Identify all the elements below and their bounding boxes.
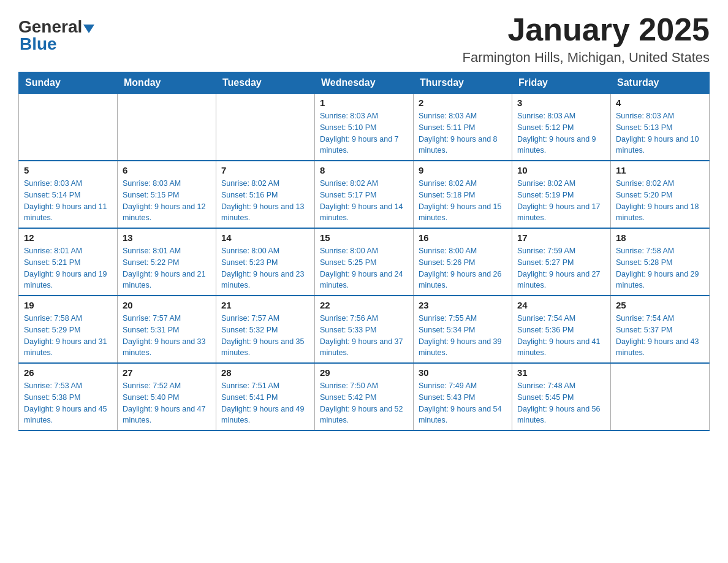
day-of-week-header: Friday	[512, 72, 611, 94]
day-info: Sunrise: 7:59 AMSunset: 5:27 PMDaylight:…	[517, 245, 605, 291]
calendar-week-row: 5Sunrise: 8:03 AMSunset: 5:14 PMDaylight…	[19, 161, 710, 228]
days-of-week-row: SundayMondayTuesdayWednesdayThursdayFrid…	[19, 72, 710, 94]
calendar-day-cell: 14Sunrise: 8:00 AMSunset: 5:23 PMDayligh…	[216, 228, 315, 296]
calendar-header: SundayMondayTuesdayWednesdayThursdayFrid…	[19, 72, 710, 94]
day-info: Sunrise: 8:02 AMSunset: 5:17 PMDaylight:…	[320, 178, 408, 224]
day-number: 6	[123, 165, 211, 175]
calendar-day-cell: 27Sunrise: 7:52 AMSunset: 5:40 PMDayligh…	[118, 363, 216, 431]
calendar-day-cell: 5Sunrise: 8:03 AMSunset: 5:14 PMDaylight…	[19, 161, 118, 228]
day-info: Sunrise: 8:00 AMSunset: 5:26 PMDaylight:…	[419, 245, 507, 291]
day-number: 21	[221, 300, 309, 310]
calendar-day-cell: 16Sunrise: 8:00 AMSunset: 5:26 PMDayligh…	[414, 228, 512, 296]
calendar-day-cell: 29Sunrise: 7:50 AMSunset: 5:42 PMDayligh…	[315, 363, 414, 431]
day-info: Sunrise: 7:58 AMSunset: 5:28 PMDaylight:…	[616, 245, 704, 291]
day-number: 13	[123, 232, 211, 243]
calendar-day-cell: 26Sunrise: 7:53 AMSunset: 5:38 PMDayligh…	[19, 363, 118, 431]
day-number: 12	[24, 232, 112, 243]
day-info: Sunrise: 7:57 AMSunset: 5:31 PMDaylight:…	[123, 313, 211, 359]
day-info: Sunrise: 8:03 AMSunset: 5:10 PMDaylight:…	[320, 110, 408, 156]
calendar-week-row: 26Sunrise: 7:53 AMSunset: 5:38 PMDayligh…	[19, 363, 710, 431]
calendar-day-cell: 31Sunrise: 7:48 AMSunset: 5:45 PMDayligh…	[512, 363, 611, 431]
calendar-day-cell: 22Sunrise: 7:56 AMSunset: 5:33 PMDayligh…	[315, 296, 414, 363]
day-info: Sunrise: 7:52 AMSunset: 5:40 PMDaylight:…	[123, 380, 211, 426]
day-info: Sunrise: 8:00 AMSunset: 5:23 PMDaylight:…	[221, 245, 309, 291]
day-info: Sunrise: 8:03 AMSunset: 5:14 PMDaylight:…	[24, 178, 112, 224]
svg-marker-0	[83, 25, 94, 33]
calendar-week-row: 19Sunrise: 7:58 AMSunset: 5:29 PMDayligh…	[19, 296, 710, 363]
day-number: 30	[419, 367, 507, 378]
calendar-subtitle: Farmington Hills, Michigan, United State…	[463, 50, 710, 66]
day-number: 8	[320, 165, 408, 175]
day-of-week-header: Sunday	[19, 72, 118, 94]
day-number: 25	[616, 300, 704, 310]
day-number: 9	[419, 165, 507, 175]
calendar-day-cell: 19Sunrise: 7:58 AMSunset: 5:29 PMDayligh…	[19, 296, 118, 363]
day-number: 26	[24, 367, 112, 378]
day-info: Sunrise: 7:48 AMSunset: 5:45 PMDaylight:…	[517, 380, 605, 426]
day-of-week-header: Saturday	[611, 72, 710, 94]
calendar-day-cell	[611, 363, 710, 431]
calendar-day-cell: 18Sunrise: 7:58 AMSunset: 5:28 PMDayligh…	[611, 228, 710, 296]
day-info: Sunrise: 7:53 AMSunset: 5:38 PMDaylight:…	[24, 380, 112, 426]
calendar-day-cell: 7Sunrise: 8:02 AMSunset: 5:16 PMDaylight…	[216, 161, 315, 228]
day-info: Sunrise: 7:55 AMSunset: 5:34 PMDaylight:…	[419, 313, 507, 359]
day-info: Sunrise: 8:02 AMSunset: 5:16 PMDaylight:…	[221, 178, 309, 224]
title-section: January 2025 Farmington Hills, Michigan,…	[463, 12, 710, 66]
day-info: Sunrise: 8:02 AMSunset: 5:18 PMDaylight:…	[419, 178, 507, 224]
calendar-day-cell: 15Sunrise: 8:00 AMSunset: 5:25 PMDayligh…	[315, 228, 414, 296]
calendar-day-cell: 11Sunrise: 8:02 AMSunset: 5:20 PMDayligh…	[611, 161, 710, 228]
day-info: Sunrise: 8:03 AMSunset: 5:13 PMDaylight:…	[616, 110, 704, 156]
day-info: Sunrise: 8:01 AMSunset: 5:22 PMDaylight:…	[123, 245, 211, 291]
calendar-day-cell: 28Sunrise: 7:51 AMSunset: 5:41 PMDayligh…	[216, 363, 315, 431]
day-info: Sunrise: 7:54 AMSunset: 5:37 PMDaylight:…	[616, 313, 704, 359]
day-number: 22	[320, 300, 408, 310]
day-info: Sunrise: 8:03 AMSunset: 5:15 PMDaylight:…	[123, 178, 211, 224]
day-number: 31	[517, 367, 605, 378]
day-number: 15	[320, 232, 408, 243]
day-info: Sunrise: 7:58 AMSunset: 5:29 PMDaylight:…	[24, 313, 112, 359]
day-number: 17	[517, 232, 605, 243]
calendar-day-cell	[19, 94, 118, 161]
day-number: 14	[221, 232, 309, 243]
day-info: Sunrise: 7:56 AMSunset: 5:33 PMDaylight:…	[320, 313, 408, 359]
calendar-day-cell: 4Sunrise: 8:03 AMSunset: 5:13 PMDaylight…	[611, 94, 710, 161]
calendar-day-cell: 6Sunrise: 8:03 AMSunset: 5:15 PMDaylight…	[118, 161, 216, 228]
calendar-day-cell	[216, 94, 315, 161]
day-number: 5	[24, 165, 112, 175]
day-number: 23	[419, 300, 507, 310]
day-number: 1	[320, 98, 408, 108]
calendar-week-row: 12Sunrise: 8:01 AMSunset: 5:21 PMDayligh…	[19, 228, 710, 296]
day-info: Sunrise: 8:02 AMSunset: 5:19 PMDaylight:…	[517, 178, 605, 224]
calendar-day-cell: 24Sunrise: 7:54 AMSunset: 5:36 PMDayligh…	[512, 296, 611, 363]
day-of-week-header: Tuesday	[216, 72, 315, 94]
day-number: 2	[419, 98, 507, 108]
calendar-day-cell: 3Sunrise: 8:03 AMSunset: 5:12 PMDaylight…	[512, 94, 611, 161]
calendar-table: SundayMondayTuesdayWednesdayThursdayFrid…	[18, 72, 710, 431]
day-info: Sunrise: 7:51 AMSunset: 5:41 PMDaylight:…	[221, 380, 309, 426]
day-number: 11	[616, 165, 704, 175]
day-info: Sunrise: 7:57 AMSunset: 5:32 PMDaylight:…	[221, 313, 309, 359]
day-number: 10	[517, 165, 605, 175]
day-number: 19	[24, 300, 112, 310]
page-header: General Blue January 2025 Farmington Hil…	[18, 12, 710, 66]
day-number: 18	[616, 232, 704, 243]
calendar-day-cell: 25Sunrise: 7:54 AMSunset: 5:37 PMDayligh…	[611, 296, 710, 363]
day-info: Sunrise: 7:50 AMSunset: 5:42 PMDaylight:…	[320, 380, 408, 426]
day-info: Sunrise: 8:02 AMSunset: 5:20 PMDaylight:…	[616, 178, 704, 224]
calendar-day-cell: 2Sunrise: 8:03 AMSunset: 5:11 PMDaylight…	[414, 94, 512, 161]
calendar-day-cell: 1Sunrise: 8:03 AMSunset: 5:10 PMDaylight…	[315, 94, 414, 161]
day-number: 29	[320, 367, 408, 378]
day-info: Sunrise: 7:54 AMSunset: 5:36 PMDaylight:…	[517, 313, 605, 359]
calendar-day-cell: 21Sunrise: 7:57 AMSunset: 5:32 PMDayligh…	[216, 296, 315, 363]
day-number: 16	[419, 232, 507, 243]
logo-blue-text: Blue	[20, 34, 57, 54]
day-info: Sunrise: 8:01 AMSunset: 5:21 PMDaylight:…	[24, 245, 112, 291]
day-number: 24	[517, 300, 605, 310]
day-info: Sunrise: 8:03 AMSunset: 5:12 PMDaylight:…	[517, 110, 605, 156]
day-info: Sunrise: 7:49 AMSunset: 5:43 PMDaylight:…	[419, 380, 507, 426]
day-number: 28	[221, 367, 309, 378]
calendar-day-cell: 20Sunrise: 7:57 AMSunset: 5:31 PMDayligh…	[118, 296, 216, 363]
day-info: Sunrise: 8:00 AMSunset: 5:25 PMDaylight:…	[320, 245, 408, 291]
day-info: Sunrise: 8:03 AMSunset: 5:11 PMDaylight:…	[419, 110, 507, 156]
day-number: 27	[123, 367, 211, 378]
